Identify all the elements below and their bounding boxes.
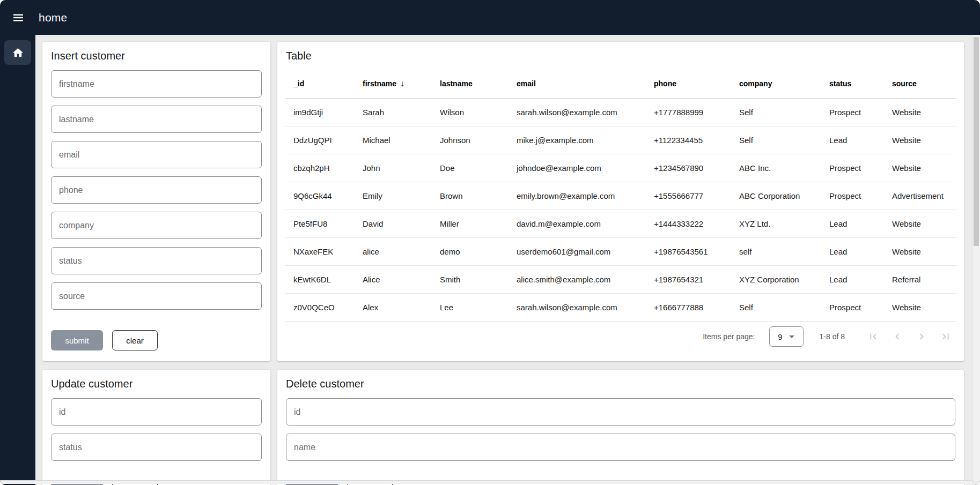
insert-lastname-input[interactable] [51, 106, 262, 133]
table-cell: ABC Corporation [731, 191, 821, 200]
page-size-select[interactable]: 9 [769, 326, 804, 347]
last-page-button[interactable] [933, 326, 957, 347]
table-row: NXaxeFEKalicedemouserdemo601@gmail.com+1… [285, 238, 956, 266]
table-cell: Lead [821, 219, 883, 228]
update-id-input[interactable] [51, 398, 262, 426]
horizontal-scrollbar[interactable] [0, 480, 972, 484]
table-cell: cbzqh2pH [285, 163, 354, 173]
table-header-row: _idfirstname↓lastnameemailphonecompanyst… [285, 69, 956, 99]
table-cell: kEwtK6DL [285, 275, 354, 284]
insert-company-input[interactable] [51, 212, 262, 239]
insert-source-input[interactable] [51, 282, 262, 310]
table-cell: Prospect [821, 108, 883, 117]
table-header-cell-lastname[interactable]: lastname [431, 79, 508, 88]
table-header-cell-firstname[interactable]: firstname↓ [354, 79, 431, 88]
table-cell: Lead [821, 247, 883, 256]
table-header-cell-email[interactable]: email [508, 79, 645, 88]
previous-page-button[interactable] [885, 326, 909, 347]
chevron-left-icon [891, 331, 903, 342]
table-paginator: Items per page: 9 1-8 of 8 [277, 322, 964, 352]
first-page-button[interactable] [861, 326, 885, 347]
table-cell: Alice [354, 275, 431, 284]
update-customer-panel: Update customer submit clear [42, 370, 270, 485]
table-header-cell-source[interactable]: source [883, 79, 956, 88]
table-cell: Sarah [354, 108, 431, 117]
next-page-button[interactable] [909, 326, 933, 347]
update-form-fields [51, 398, 262, 461]
table-row: kEwtK6DLAliceSmithalice.smith@example.co… [285, 266, 956, 294]
table-cell: Self [731, 108, 821, 117]
table-cell: sarah.wilson@example.com [508, 303, 645, 312]
table-cell: Johnson [431, 136, 508, 145]
table-body: im9dGtjiSarahWilsonsarah.wilson@example.… [285, 99, 956, 322]
table-cell: Brown [431, 191, 508, 200]
table-cell: Website [883, 303, 956, 312]
delete-panel-title: Delete customer [286, 377, 955, 390]
insert-customer-panel: Insert customer submit clear [42, 42, 270, 361]
table-cell: self [731, 247, 821, 256]
table-header-cell-phone[interactable]: phone [645, 79, 731, 88]
table-cell: +1555666777 [645, 191, 731, 200]
table-cell: +1234567890 [645, 163, 731, 173]
table-cell: emily.brown@example.com [508, 191, 645, 200]
table-cell: Doe [431, 163, 508, 173]
table-header-cell-id[interactable]: _id [285, 79, 354, 88]
update-status-input[interactable] [51, 434, 262, 461]
menu-button[interactable] [11, 11, 25, 25]
delete-name-input[interactable] [286, 434, 955, 461]
delete-id-input[interactable] [286, 398, 955, 426]
table-cell: Lead [821, 275, 883, 284]
update-panel-title: Update customer [51, 377, 262, 390]
insert-firstname-input[interactable] [51, 70, 262, 98]
table-cell: Smith [431, 275, 508, 284]
page-title: home [39, 11, 67, 24]
table-cell: 9Q6cGk44 [285, 191, 354, 200]
vertical-scrollbar-thumb[interactable] [974, 37, 979, 246]
table-cell: NXaxeFEK [285, 247, 354, 256]
insert-button-row: submit clear [51, 330, 262, 350]
table-cell: Website [883, 108, 956, 117]
table-cell: sarah.wilson@example.com [508, 108, 645, 117]
table-cell: Alex [354, 303, 431, 312]
table-cell: z0V0QCeO [285, 303, 354, 312]
table-cell: johndoe@example.com [508, 163, 645, 173]
table-cell: Prospect [821, 191, 883, 200]
table-header-cell-status[interactable]: status [821, 79, 883, 88]
top-navbar: home [0, 0, 980, 35]
table-cell: +1777888999 [645, 108, 731, 117]
insert-phone-input[interactable] [51, 176, 262, 204]
dropdown-caret-icon [789, 335, 794, 338]
hamburger-icon [12, 11, 25, 24]
insert-status-input[interactable] [51, 247, 262, 274]
table-cell: ABC Inc. [731, 163, 821, 173]
table-row: z0V0QCeOAlexLeesarah.wilson@example.com+… [285, 294, 956, 322]
app-window: home Insert customer submit clear Table [0, 0, 980, 485]
table-cell: +1122334455 [645, 136, 731, 145]
table-row: cbzqh2pHJohnDoejohndoe@example.com+12345… [285, 154, 956, 182]
table-cell: DdzUgQPI [285, 136, 354, 145]
table-cell: Website [883, 163, 956, 173]
table-cell: +1987654321 [645, 275, 731, 284]
chevron-right-icon [916, 331, 927, 342]
table-cell: David [354, 219, 431, 228]
table-cell: alice [354, 247, 431, 256]
first-page-icon [867, 331, 879, 342]
table-cell: Advertisement [883, 191, 956, 200]
table-cell: Website [883, 136, 956, 145]
table-row: DdzUgQPIMichaelJohnsonmike.j@example.com… [285, 126, 956, 154]
table-cell: XYZ Corporation [731, 275, 821, 284]
table-cell: demo [431, 247, 508, 256]
insert-clear-button[interactable]: clear [112, 330, 158, 350]
table-cell: +19876543561 [645, 247, 731, 256]
table-cell: +1444333222 [645, 219, 731, 228]
main-content: Insert customer submit clear Table _idfi… [35, 35, 980, 485]
sort-arrow-icon: ↓ [400, 79, 404, 88]
sidebar-item-home[interactable] [4, 40, 31, 65]
table-cell: Referral [883, 275, 956, 284]
table-header-cell-company[interactable]: company [731, 79, 821, 88]
insert-submit-button[interactable]: submit [51, 330, 103, 350]
vertical-scrollbar[interactable] [972, 35, 980, 481]
paginator-range-label: 1-8 of 8 [820, 332, 845, 341]
insert-email-input[interactable] [51, 141, 262, 168]
table-cell: Prospect [821, 303, 883, 312]
